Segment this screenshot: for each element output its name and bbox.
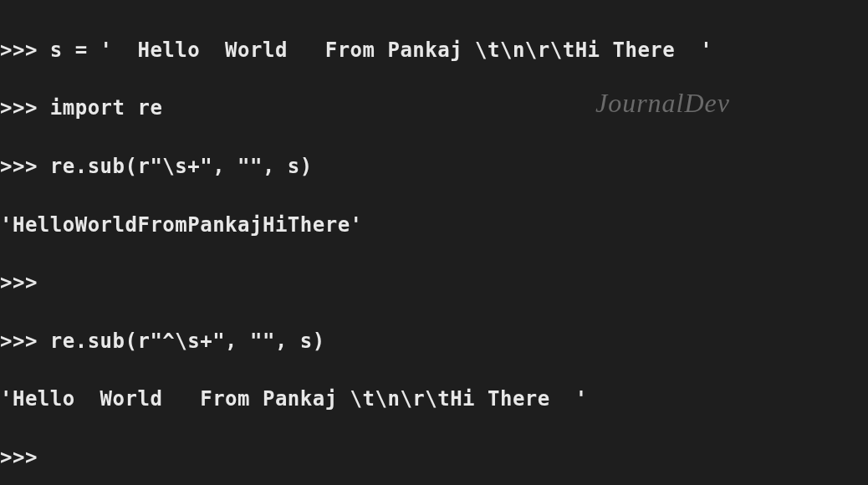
terminal-output[interactable]: >>> s = ' Hello World From Pankaj \t\n\r…: [0, 7, 868, 485]
terminal-line: >>> re.sub(r"^\s+", "", s): [0, 327, 868, 356]
terminal-line: 'HelloWorldFromPankajHiThere': [0, 211, 868, 240]
terminal-line: >>>: [0, 443, 868, 472]
terminal-line: >>> re.sub(r"\s+", "", s): [0, 152, 868, 181]
terminal-line: 'Hello World From Pankaj \t\n\r\tHi Ther…: [0, 385, 868, 414]
terminal-line: >>> s = ' Hello World From Pankaj \t\n\r…: [0, 36, 868, 65]
terminal-line: >>> import re: [0, 94, 868, 123]
terminal-line: >>>: [0, 268, 868, 298]
